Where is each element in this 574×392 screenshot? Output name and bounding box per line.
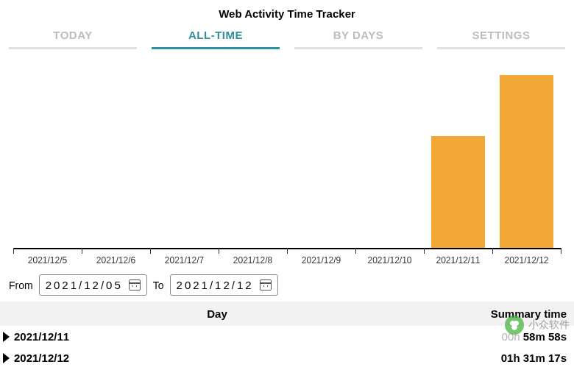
expand-icon bbox=[3, 332, 10, 342]
table-row[interactable]: 2021/12/1201h 31m 17s bbox=[0, 347, 574, 368]
chart-bar bbox=[431, 136, 485, 248]
to-date-value: 2021/12/12 bbox=[177, 279, 254, 291]
x-tick-label: 2021/12/6 bbox=[96, 255, 135, 266]
from-label: From bbox=[9, 279, 33, 291]
summary-table-body: 小众软件 2021/12/1100h 58m 58s2021/12/1201h … bbox=[0, 326, 574, 368]
expand-icon bbox=[3, 353, 10, 363]
watermark: 小众软件 bbox=[505, 316, 570, 335]
table-row[interactable]: 2021/12/1100h 58m 58s bbox=[0, 326, 574, 347]
x-tick-label: 2021/12/7 bbox=[165, 255, 204, 266]
to-label: To bbox=[153, 279, 164, 291]
x-tick-label: 2021/12/5 bbox=[28, 255, 67, 266]
from-date-value: 2021/12/05 bbox=[46, 279, 123, 291]
wechat-icon bbox=[505, 316, 524, 335]
tab-alltime[interactable]: ALL-TIME bbox=[152, 24, 280, 49]
tab-settings[interactable]: SETTINGS bbox=[437, 24, 565, 49]
row-summary: 01h 31m 17s bbox=[427, 352, 567, 364]
calendar-icon bbox=[260, 279, 272, 291]
x-tick-label: 2021/12/9 bbox=[302, 255, 341, 266]
tab-bar: TODAY ALL-TIME BY DAYS SETTINGS bbox=[4, 24, 570, 49]
x-tick-label: 2021/12/12 bbox=[504, 255, 548, 266]
watermark-text: 小众软件 bbox=[528, 318, 570, 332]
tab-today[interactable]: TODAY bbox=[9, 24, 137, 49]
calendar-icon bbox=[129, 279, 141, 291]
tab-bydays[interactable]: BY DAYS bbox=[294, 24, 422, 49]
date-range-row: From 2021/12/05 To 2021/12/12 bbox=[4, 267, 570, 302]
page-title: Web Activity Time Tracker bbox=[4, 4, 570, 24]
x-tick-label: 2021/12/11 bbox=[436, 255, 480, 266]
col-day: Day bbox=[7, 307, 427, 320]
activity-bar-chart: 2021/12/52021/12/62021/12/72021/12/82021… bbox=[7, 55, 567, 267]
chart-bar bbox=[500, 75, 553, 248]
from-date-input[interactable]: 2021/12/05 bbox=[39, 274, 147, 296]
row-time-rest: 01h 31m 17s bbox=[501, 352, 567, 364]
x-tick-label: 2021/12/8 bbox=[233, 255, 272, 266]
summary-table-head: Day Summary time bbox=[0, 302, 574, 326]
row-day: 2021/12/11 bbox=[14, 330, 427, 343]
row-day: 2021/12/12 bbox=[14, 352, 427, 364]
x-tick-label: 2021/12/10 bbox=[367, 255, 411, 266]
to-date-input[interactable]: 2021/12/12 bbox=[170, 274, 278, 296]
